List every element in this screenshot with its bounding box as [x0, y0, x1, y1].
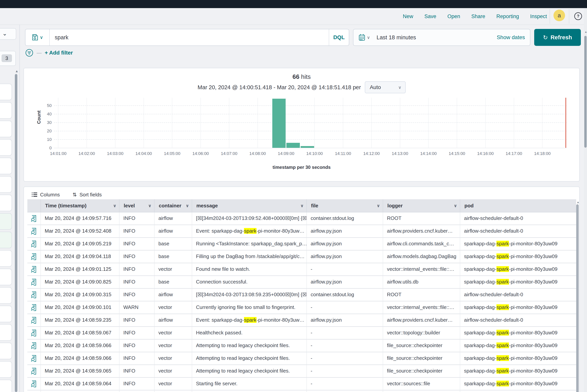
search-query-input[interactable]: spark: [50, 34, 329, 41]
table-row[interactable]: Mar 20, 2024 @ 14:09:57.716 INFO airflow…: [27, 212, 576, 225]
field-item-cutoff[interactable]: [0, 324, 12, 341]
table-scrollbar[interactable]: [576, 204, 579, 392]
saved-queries-button[interactable]: ∨: [26, 29, 50, 46]
expand-row-cell[interactable]: [27, 340, 41, 352]
date-picker: ∨ Last 18 minutes Show dates: [353, 29, 530, 46]
header-time[interactable]: Time (timestamp)∨: [41, 199, 120, 212]
time-range-value[interactable]: Last 18 minutes: [370, 34, 497, 41]
field-item-cutoff[interactable]: [0, 361, 12, 378]
expand-row-cell[interactable]: [27, 250, 41, 263]
inspect-document-icon[interactable]: [31, 228, 37, 235]
nav-save[interactable]: Save: [424, 14, 436, 20]
table-row[interactable]: Mar 20, 2024 @ 14:08:59.064 INFO vector …: [27, 378, 576, 390]
inspect-document-icon[interactable]: [31, 342, 37, 349]
field-item-cutoff[interactable]: [0, 232, 12, 248]
cell-pod: sparkapp-dag-spark-pi-monitor-80y3uw09: [460, 302, 576, 314]
histogram-bar[interactable]: [301, 146, 314, 148]
expand-row-cell[interactable]: [27, 225, 41, 237]
table-row[interactable]: Mar 20, 2024 @ 14:08:59.066 INFO vector …: [27, 340, 576, 352]
table-row[interactable]: Mar 20, 2024 @ 14:09:00.825 INFO base Co…: [27, 276, 576, 289]
table-row[interactable]: Mar 20, 2024 @ 14:08:59.066 INFO vector …: [27, 352, 576, 365]
inspect-document-icon[interactable]: [31, 304, 37, 311]
expand-row-cell[interactable]: [27, 212, 41, 224]
header-message[interactable]: message∨: [192, 199, 307, 212]
nav-new[interactable]: New: [403, 14, 413, 20]
field-item-cutoff[interactable]: [0, 269, 12, 285]
expand-row-cell[interactable]: [27, 263, 41, 276]
sidebar-scroll-up-icon[interactable]: ▲: [15, 70, 18, 73]
page-scroll-up-icon[interactable]: ▲: [584, 30, 587, 34]
columns-button[interactable]: Columns: [32, 192, 60, 198]
inspect-document-icon[interactable]: [31, 317, 37, 324]
avatar[interactable]: a: [554, 10, 565, 21]
field-item-cutoff[interactable]: [0, 176, 12, 193]
header-logger[interactable]: logger∨: [383, 199, 460, 212]
field-item-cutoff[interactable]: ✕: [0, 139, 12, 156]
inspect-document-icon[interactable]: [31, 266, 37, 273]
header-level[interactable]: level∨: [120, 199, 154, 212]
field-item-cutoff[interactable]: [0, 195, 12, 211]
add-filter-button[interactable]: + Add filter: [45, 50, 73, 56]
sort-fields-button[interactable]: ⇅ Sort fields: [73, 192, 102, 198]
nav-inspect[interactable]: Inspect: [530, 14, 547, 20]
inspect-document-icon[interactable]: [31, 253, 37, 260]
field-item-cutoff[interactable]: [0, 84, 12, 100]
table-row[interactable]: Mar 20, 2024 @ 14:09:05.219 INFO base Ru…: [27, 238, 576, 250]
table-row[interactable]: Mar 20, 2024 @ 14:08:59.067 INFO vector …: [27, 327, 576, 340]
header-container[interactable]: container∨: [154, 199, 192, 212]
expand-row-cell[interactable]: [27, 289, 41, 301]
show-dates-button[interactable]: Show dates: [497, 34, 530, 40]
table-row[interactable]: Mar 20, 2024 @ 14:09:52.408 INFO airflow…: [27, 225, 576, 238]
table-row[interactable]: Mar 20, 2024 @ 14:09:04.118 INFO base Fi…: [27, 250, 576, 263]
expand-row-cell[interactable]: [27, 314, 41, 326]
table-scroll-up-icon[interactable]: ▲: [576, 200, 580, 204]
inspect-document-icon[interactable]: [31, 380, 37, 387]
table-row[interactable]: Mar 20, 2024 @ 14:09:00.101 WARN vector …: [27, 302, 576, 314]
expand-row-cell[interactable]: [27, 365, 41, 377]
refresh-button[interactable]: ↻ Refresh: [534, 29, 581, 46]
date-quick-select-button[interactable]: ∨: [354, 34, 370, 41]
expand-row-cell[interactable]: [27, 327, 41, 339]
table-row[interactable]: Mar 20, 2024 @ 14:08:59.065 INFO vector …: [27, 365, 576, 378]
table-row[interactable]: Mar 20, 2024 @ 14:08:59.235 INFO airflow…: [27, 314, 576, 327]
expand-row-cell[interactable]: [27, 378, 41, 390]
header-file[interactable]: file∨: [307, 199, 383, 212]
inspect-document-icon[interactable]: [31, 240, 37, 248]
sidebar-scrollbar[interactable]: [15, 74, 17, 392]
field-item-cutoff[interactable]: [0, 250, 12, 267]
help-icon[interactable]: ?: [574, 12, 582, 20]
inspect-document-icon[interactable]: [31, 292, 37, 298]
histogram-bar[interactable]: [272, 99, 286, 148]
field-item-cutoff[interactable]: [0, 121, 12, 137]
inspect-document-icon[interactable]: [31, 215, 37, 222]
field-item-cutoff[interactable]: [0, 287, 12, 304]
histogram-bar[interactable]: [286, 143, 300, 148]
expand-row-cell[interactable]: [27, 276, 41, 288]
table-row[interactable]: Mar 20, 2024 @ 14:09:00.315 INFO airflow…: [27, 289, 576, 302]
expand-row-cell[interactable]: [27, 352, 41, 364]
cell-pod: sparkapp-dag-spark-pi-monitor-80y3uw09: [460, 276, 576, 288]
page-scrollbar[interactable]: [584, 36, 586, 148]
inspect-document-icon[interactable]: [31, 279, 37, 286]
inspect-document-icon[interactable]: [31, 368, 37, 375]
field-item-cutoff[interactable]: [0, 102, 12, 119]
expand-row-cell[interactable]: [27, 302, 41, 314]
inspect-document-icon[interactable]: [31, 355, 37, 362]
nav-open[interactable]: Open: [448, 14, 460, 20]
nav-reporting[interactable]: Reporting: [496, 14, 519, 20]
field-item-cutoff[interactable]: [0, 213, 12, 230]
histogram-plot[interactable]: [54, 98, 566, 148]
interval-select[interactable]: Auto ∨: [365, 81, 406, 93]
nav-share[interactable]: Share: [471, 14, 485, 20]
field-item-cutoff[interactable]: [0, 380, 12, 392]
header-pod[interactable]: pod: [460, 199, 576, 212]
expand-row-cell[interactable]: [27, 238, 41, 250]
collapse-fields-panel-button[interactable]: ⌄: [0, 28, 16, 40]
filter-icon[interactable]: [25, 48, 34, 57]
inspect-document-icon[interactable]: [31, 330, 37, 336]
query-language-button[interactable]: DQL: [329, 29, 349, 46]
field-item-cutoff[interactable]: [0, 343, 12, 359]
field-item-cutoff[interactable]: [0, 306, 12, 322]
table-row[interactable]: Mar 20, 2024 @ 14:09:01.125 INFO vector …: [27, 263, 576, 276]
field-item-cutoff[interactable]: [0, 158, 12, 174]
